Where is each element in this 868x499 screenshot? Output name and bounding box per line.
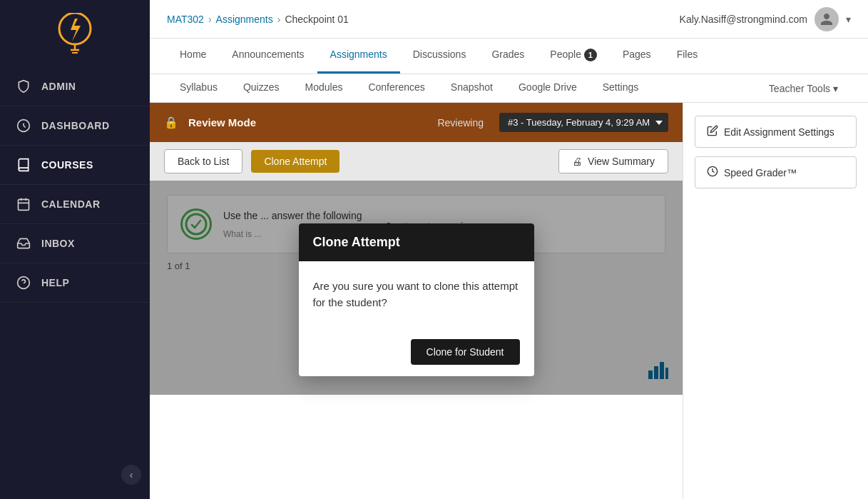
clone-attempt-modal: Clone Attempt Are you sure you want to c… (299, 223, 534, 376)
review-mode-label: Review Mode (188, 116, 256, 128)
main-panel: 🔒 Review Mode Reviewing #3 - Tuesday, Fe… (150, 103, 683, 499)
modal-title: Clone Attempt (313, 235, 400, 249)
breadcrumb-section[interactable]: Assignments (216, 14, 273, 25)
tab-discussions[interactable]: Discussions (400, 39, 479, 74)
tab-modules[interactable]: Modules (292, 74, 356, 102)
edit-icon (707, 125, 718, 138)
nav-tabs-primary: Home Announcements Assignments Discussio… (150, 39, 868, 74)
reviewing-label: Reviewing (437, 117, 484, 128)
speed-grader-icon (707, 166, 718, 179)
attempt-select[interactable]: #3 - Tuesday, February 4, 9:29 AM (499, 113, 668, 132)
clone-for-student-button[interactable]: Clone for Student (411, 339, 520, 365)
modal-overlay: Clone Attempt Are you sure you want to c… (150, 181, 683, 395)
logo[interactable] (0, 0, 150, 67)
tab-quizzes[interactable]: Quizzes (230, 74, 292, 102)
nav-tabs-secondary: Syllabus Quizzes Modules Conferences Sna… (150, 74, 868, 103)
logo-icon (55, 14, 95, 54)
svg-rect-8 (19, 199, 29, 210)
tab-settings[interactable]: Settings (590, 74, 652, 102)
modal-body: Are you sure you want to clone this atte… (299, 261, 534, 328)
right-panel: Edit Assignment Settings Speed Grader™ (683, 103, 868, 499)
quiz-area: 0 attempts remain Use the ... answer the… (150, 181, 683, 395)
printer-icon: 🖨 (572, 156, 582, 167)
view-summary-button[interactable]: 🖨 View Summary (558, 149, 668, 173)
breadcrumb-page: Checkpoint 01 (285, 14, 349, 25)
sidebar-item-admin[interactable]: ADMIN (0, 67, 150, 106)
modal-header: Clone Attempt (299, 223, 534, 261)
modal-footer: Clone for Student (299, 328, 534, 376)
tab-grades[interactable]: Grades (479, 39, 537, 74)
header-right: Kaly.Nasiff@strongmind.com ▾ (680, 7, 851, 31)
edit-assignment-settings-button[interactable]: Edit Assignment Settings (695, 116, 857, 148)
avatar (815, 7, 839, 31)
sidebar-item-dashboard-label: DASHBOARD (41, 120, 110, 131)
collapse-button[interactable]: ‹ (121, 465, 141, 485)
tab-assignments[interactable]: Assignments (317, 39, 400, 74)
main-content: MAT302 › Assignments › Checkpoint 01 Kal… (150, 0, 868, 499)
tab-conferences[interactable]: Conferences (355, 74, 437, 102)
breadcrumb-sep-1: › (208, 14, 212, 25)
chevron-down-icon: ▾ (833, 83, 838, 94)
tab-google-drive[interactable]: Google Drive (506, 74, 590, 102)
svg-marker-1 (71, 19, 81, 41)
svg-line-7 (24, 126, 26, 128)
tab-files[interactable]: Files (664, 39, 711, 74)
tab-home[interactable]: Home (167, 39, 219, 74)
tab-pages[interactable]: Pages (610, 39, 664, 74)
tab-syllabus[interactable]: Syllabus (167, 74, 230, 102)
sidebar-item-help[interactable]: HELP (0, 263, 150, 303)
tab-people[interactable]: People1 (537, 39, 610, 74)
shield-icon (16, 79, 31, 94)
sidebar-item-calendar-label: CALENDAR (41, 198, 101, 210)
review-bar: 🔒 Review Mode Reviewing #3 - Tuesday, Fe… (150, 103, 683, 142)
content-area: 🔒 Review Mode Reviewing #3 - Tuesday, Fe… (150, 103, 868, 499)
user-email: Kaly.Nasiff@strongmind.com (680, 14, 807, 25)
speed-grader-button[interactable]: Speed Grader™ (695, 156, 857, 188)
teacher-tools-dropdown[interactable]: Teacher Tools ▾ (756, 74, 851, 102)
sidebar-item-help-label: HELP (41, 277, 69, 288)
tab-announcements[interactable]: Announcements (219, 39, 317, 74)
sidebar-item-admin-label: ADMIN (41, 81, 76, 92)
sidebar: ADMIN DASHBOARD COURSES CALENDAR INBOX (0, 0, 150, 499)
breadcrumb-course[interactable]: MAT302 (167, 14, 204, 25)
user-menu-chevron[interactable]: ▾ (846, 14, 851, 25)
back-to-list-button[interactable]: Back to List (164, 149, 242, 173)
clone-attempt-button[interactable]: Clone Attempt (251, 150, 339, 173)
help-icon (16, 275, 31, 291)
sidebar-item-calendar[interactable]: CALENDAR (0, 185, 150, 224)
calendar-icon (16, 196, 31, 212)
sidebar-collapse: ‹ (0, 465, 150, 485)
sidebar-item-courses-label: COURSES (41, 159, 93, 171)
lock-icon: 🔒 (164, 116, 178, 129)
tab-snapshot[interactable]: Snapshot (438, 74, 506, 102)
sidebar-item-inbox-label: INBOX (41, 238, 75, 249)
sidebar-item-inbox[interactable]: INBOX (0, 224, 150, 263)
sidebar-nav: ADMIN DASHBOARD COURSES CALENDAR INBOX (0, 67, 150, 499)
sidebar-item-courses[interactable]: COURSES (0, 146, 150, 185)
dashboard-icon (16, 118, 31, 133)
header: MAT302 › Assignments › Checkpoint 01 Kal… (150, 0, 868, 39)
action-bar: Back to List Clone Attempt 🖨 View Summar… (150, 142, 683, 181)
breadcrumb-sep-2: › (277, 14, 281, 25)
book-icon (16, 157, 31, 173)
breadcrumb: MAT302 › Assignments › Checkpoint 01 (167, 14, 349, 25)
sidebar-item-dashboard[interactable]: DASHBOARD (0, 106, 150, 146)
inbox-icon (16, 236, 31, 251)
